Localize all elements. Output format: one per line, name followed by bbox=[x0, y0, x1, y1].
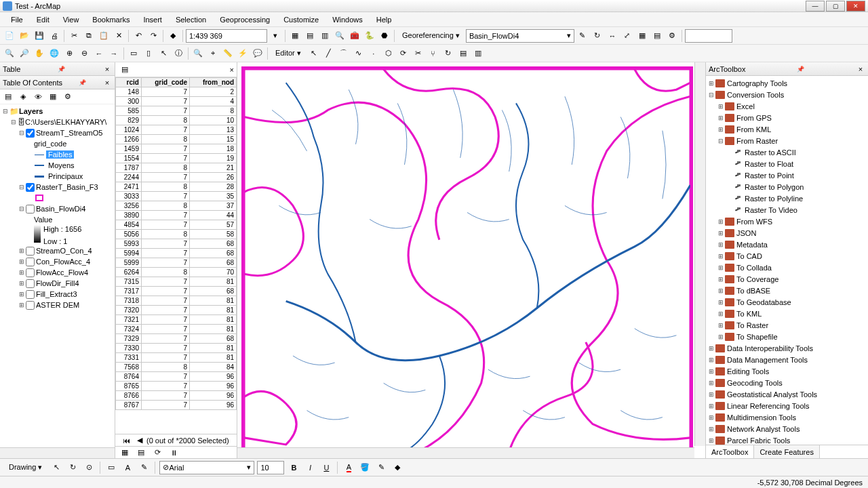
toolbox-item[interactable]: ⊞Cartography Tools bbox=[707, 77, 867, 89]
toc-pin-icon[interactable]: 📌 bbox=[79, 79, 86, 86]
table-row[interactable]: 7315781 bbox=[116, 277, 237, 287]
font-select[interactable]: ⊘ Arial▾ bbox=[159, 461, 254, 474]
pan-icon[interactable]: ✋ bbox=[33, 47, 46, 60]
maximize-button[interactable]: ▢ bbox=[826, 1, 845, 12]
rotate-icon[interactable]: ↻ bbox=[66, 461, 79, 474]
identify-icon[interactable]: ⓘ bbox=[172, 47, 185, 60]
table-row[interactable]: 7321781 bbox=[116, 315, 237, 325]
tab-arctoolbox[interactable]: ArcToolbox bbox=[706, 445, 754, 458]
layer-checkbox[interactable] bbox=[26, 301, 35, 310]
georef-scale-icon[interactable]: ⤢ bbox=[620, 29, 634, 43]
table-pin-icon[interactable]: 📌 bbox=[58, 66, 65, 73]
font-color-icon[interactable]: A bbox=[342, 461, 355, 474]
list-by-selection-icon[interactable]: ▦ bbox=[46, 90, 60, 104]
edit-vertices-icon[interactable]: ⬡ bbox=[382, 47, 395, 60]
layer-checkbox[interactable] bbox=[26, 279, 35, 288]
tool-item[interactable]: Raster To Video bbox=[707, 204, 867, 216]
cut-button[interactable]: ✂ bbox=[67, 29, 81, 43]
clear-selection-icon[interactable]: ▯ bbox=[142, 47, 155, 60]
table-row[interactable]: 5994768 bbox=[116, 249, 237, 258]
map-canvas[interactable] bbox=[241, 66, 693, 454]
table-panel-close[interactable]: × bbox=[230, 66, 234, 74]
add-data-button[interactable]: ◆ bbox=[166, 29, 180, 43]
table-row[interactable]: 7317768 bbox=[116, 287, 237, 296]
rectangle-icon[interactable]: ▭ bbox=[104, 461, 118, 474]
edit-line-icon[interactable]: ╱ bbox=[322, 47, 336, 60]
table-row[interactable]: 5993768 bbox=[116, 239, 237, 249]
zoom-to-icon[interactable]: ⊙ bbox=[82, 461, 96, 474]
tool-item[interactable]: Raster to ASCII bbox=[707, 146, 867, 158]
goto-xy-icon[interactable]: ⌖ bbox=[206, 47, 220, 60]
attribute-table[interactable]: rcidgrid_codefrom_nod1487230074585788298… bbox=[115, 77, 237, 434]
refresh-icon[interactable]: ⟳ bbox=[151, 446, 164, 459]
table-row[interactable]: 8764796 bbox=[116, 372, 237, 382]
table-row[interactable]: 7568884 bbox=[116, 363, 237, 372]
table-row[interactable]: 14872 bbox=[116, 87, 237, 97]
table-first-icon[interactable]: ⏮ bbox=[119, 434, 133, 447]
table-row[interactable]: 3033735 bbox=[116, 192, 237, 201]
menu-windows[interactable]: Windows bbox=[326, 14, 370, 25]
table-row[interactable]: 7331781 bbox=[116, 353, 237, 363]
html-popup-icon[interactable]: 💬 bbox=[251, 47, 264, 60]
arctoolbox-tree[interactable]: ⊞Cartography Tools⊟Conversion Tools⊞Exce… bbox=[706, 76, 868, 445]
list-by-source-icon[interactable]: ◈ bbox=[16, 90, 30, 104]
table-row[interactable]: 3890744 bbox=[116, 211, 237, 220]
delete-button[interactable]: ✕ bbox=[112, 29, 125, 43]
table-row[interactable]: 7320781 bbox=[116, 306, 237, 315]
paste-button[interactable]: 📋 bbox=[97, 29, 111, 43]
table-row[interactable]: 1266815 bbox=[116, 135, 237, 144]
toolbox-item[interactable]: ⊞To Geodatabase bbox=[707, 296, 867, 308]
georef-text-input[interactable] bbox=[685, 29, 732, 43]
bold-button[interactable]: B bbox=[287, 461, 300, 474]
table-row[interactable]: 8767796 bbox=[116, 401, 237, 410]
tab-create-features[interactable]: Create Features bbox=[754, 445, 819, 458]
open-button[interactable]: 📂 bbox=[18, 29, 31, 43]
line-color-icon[interactable]: ✎ bbox=[374, 461, 388, 474]
new-button[interactable]: 📄 bbox=[3, 29, 16, 43]
edit-arc-icon[interactable]: ⌒ bbox=[337, 47, 351, 60]
table-row[interactable]: 1459718 bbox=[116, 144, 237, 154]
map-scale-input[interactable] bbox=[186, 29, 267, 43]
text-icon[interactable]: A bbox=[121, 461, 134, 474]
list-by-visibility-icon[interactable]: 👁 bbox=[31, 90, 45, 104]
close-button[interactable]: ✕ bbox=[846, 1, 865, 12]
menu-file[interactable]: File bbox=[4, 14, 30, 25]
table-row[interactable]: 2244726 bbox=[116, 173, 237, 182]
toolbox-item[interactable]: ⊞Linear Referencing Tools bbox=[707, 400, 867, 411]
georeferencing-menu[interactable]: Georeferencing ▾ bbox=[397, 29, 465, 43]
table-row[interactable]: 8765796 bbox=[116, 382, 237, 391]
layer-checkbox[interactable] bbox=[26, 290, 35, 299]
toolbox-item[interactable]: ⊞From KML bbox=[707, 123, 867, 135]
layer-checkbox[interactable] bbox=[26, 205, 35, 214]
toolbox-item[interactable]: ⊞Network Analyst Tools bbox=[707, 423, 867, 434]
layer-checkbox[interactable] bbox=[26, 268, 35, 277]
toolbox-item[interactable]: ⊞From GPS bbox=[707, 112, 867, 123]
georef-layer-select[interactable]: Basin_FlowDi4▾ bbox=[466, 29, 574, 43]
select-elements-icon[interactable]: ↖ bbox=[50, 461, 63, 474]
undo-button[interactable]: ↶ bbox=[132, 29, 145, 43]
table-row[interactable]: 7318781 bbox=[116, 296, 237, 306]
drawing-menu[interactable]: Drawing ▾ bbox=[4, 461, 47, 474]
select-features-icon[interactable]: ▭ bbox=[127, 47, 140, 60]
table-row[interactable]: 7329768 bbox=[116, 334, 237, 344]
toolbox-item[interactable]: ⊞Multidimension Tools bbox=[707, 411, 867, 423]
menu-insert[interactable]: Insert bbox=[136, 14, 169, 25]
toolbox-item[interactable]: ⊞Excel bbox=[707, 100, 867, 112]
table-row[interactable]: 1554719 bbox=[116, 154, 237, 163]
redo-button[interactable]: ↷ bbox=[146, 29, 160, 43]
modelbuilder-icon[interactable]: ⬣ bbox=[378, 29, 391, 43]
table-row[interactable]: 3256837 bbox=[116, 201, 237, 211]
toolbox-item[interactable]: ⊞From WFS bbox=[707, 216, 867, 227]
table-options-icon[interactable]: ▤ bbox=[118, 63, 132, 77]
scale-dropdown[interactable]: ▾ bbox=[269, 29, 282, 43]
georef-rotate-icon[interactable]: ↻ bbox=[591, 29, 604, 43]
map-horizontal-scrollbar[interactable] bbox=[237, 447, 694, 458]
table-row[interactable]: 7330781 bbox=[116, 344, 237, 353]
view-layout-icon[interactable]: ▤ bbox=[134, 446, 148, 459]
table-row[interactable]: 30074 bbox=[116, 97, 237, 106]
arctoolbox-icon[interactable]: 🧰 bbox=[348, 29, 361, 43]
back-icon[interactable]: ← bbox=[92, 47, 106, 60]
table-prev-icon[interactable]: ◀ bbox=[133, 434, 146, 447]
tool-item[interactable]: Raster to Point bbox=[707, 169, 867, 181]
edit-vertices-icon[interactable]: ✎ bbox=[137, 461, 151, 474]
